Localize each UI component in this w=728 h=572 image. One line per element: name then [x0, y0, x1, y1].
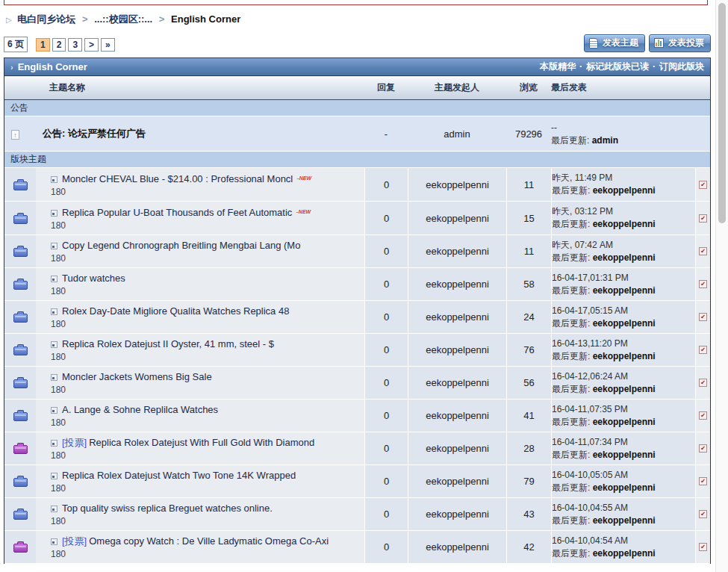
- topic-subtitle: 180: [51, 384, 360, 396]
- last-post-date: 16-04-10,04:54 AM: [552, 535, 695, 547]
- go-last-post-icon[interactable]: [699, 411, 707, 420]
- go-last-post-icon[interactable]: [699, 346, 707, 354]
- scrollbar-thumb[interactable]: [718, 3, 726, 223]
- last-by-label: 最后更新:: [552, 351, 590, 361]
- topic-link[interactable]: Moncler Jackets Womens Big Sale: [62, 371, 212, 382]
- topic-link[interactable]: Rolex Day-Date Migliore Qualita Watches …: [62, 305, 289, 317]
- pagination: 6 页 1 2 3 > »: [4, 37, 115, 52]
- new-topic-button[interactable]: 发表主题: [584, 34, 645, 52]
- page-link-2[interactable]: 2: [52, 38, 66, 52]
- announcement-last-date: --: [551, 122, 695, 134]
- folder-icon: [13, 281, 28, 290]
- last-by-label: 最后更新:: [552, 515, 590, 526]
- go-last-post-icon[interactable]: [699, 444, 707, 453]
- new-poll-button[interactable]: 发表投票: [649, 34, 711, 52]
- replies-count: 0: [364, 235, 408, 267]
- last-poster-link[interactable]: eekoppelpenni: [593, 417, 656, 427]
- folder-icon: [13, 314, 28, 323]
- last-poster-link[interactable]: eekoppelpenni: [593, 252, 656, 263]
- table-row: Replica Rolex Datejust II Oyster, 41 mm,…: [4, 334, 710, 367]
- breadcrumb-separator: >: [159, 13, 165, 25]
- go-last-post-icon[interactable]: [699, 313, 707, 321]
- topic-status-icon: [51, 276, 57, 282]
- topic-starter-link[interactable]: eekoppelpenni: [426, 246, 489, 257]
- topic-link[interactable]: Tudor watches: [62, 273, 125, 284]
- board-title: English Corner: [18, 61, 87, 72]
- board-best-link[interactable]: 本版精华: [540, 61, 576, 72]
- topic-subtitle: 180: [51, 220, 360, 231]
- topic-status-icon: [51, 210, 57, 217]
- page-link-3[interactable]: 3: [68, 38, 82, 52]
- table-row: Replica Popular U-Boat Thousands of Feet…: [4, 202, 710, 235]
- topic-starter-link[interactable]: eekoppelpenni: [426, 279, 489, 290]
- announcement-last-poster-link[interactable]: admin: [592, 135, 618, 146]
- folder-icon: [13, 511, 28, 520]
- subscribe-link[interactable]: 订阅此版块: [659, 61, 704, 72]
- go-last-post-icon[interactable]: [699, 477, 707, 485]
- go-last-post-icon[interactable]: [699, 247, 707, 255]
- announcement-link[interactable]: 公告: 论坛严禁任何广告: [43, 128, 146, 139]
- go-last-post-icon[interactable]: [699, 510, 707, 518]
- breadcrumb-link-category[interactable]: ...::校园区::...: [94, 13, 152, 25]
- page-next-button[interactable]: >: [84, 38, 99, 52]
- last-poster-link[interactable]: eekoppelpenni: [593, 450, 656, 460]
- last-poster-link[interactable]: eekoppelpenni: [593, 318, 656, 329]
- topic-link[interactable]: Replica Rolex Datejust II Oyster, 41 mm,…: [62, 338, 274, 349]
- last-by-label: 最后更新:: [552, 450, 590, 460]
- topic-link[interactable]: Replica Popular U-Boat Thousands of Feet…: [62, 207, 292, 218]
- last-poster-link[interactable]: eekoppelpenni: [593, 351, 656, 361]
- topic-starter-link[interactable]: eekoppelpenni: [426, 410, 489, 421]
- last-poster-link[interactable]: eekoppelpenni: [593, 548, 656, 559]
- last-post-cell: 16-04-17,05:15 AM 最后更新: eekoppelpenni: [551, 301, 695, 333]
- topic-title-cell: A. Lange & Sohne Replilca Watches 180: [36, 400, 364, 432]
- table-row: Copy Legend Chronograph Breitling Mengba…: [4, 235, 710, 268]
- go-last-post-icon[interactable]: [699, 543, 707, 551]
- last-by-label: 最后更新:: [551, 135, 589, 146]
- breadcrumb-link-forum[interactable]: 电白同乡论坛: [17, 13, 75, 25]
- topic-starter-link[interactable]: eekoppelpenni: [426, 509, 489, 520]
- topic-title-cell: Moncler CHEVAL Blue - $214.00 : Professi…: [36, 168, 364, 201]
- topic-link[interactable]: Top quality swiss replica Breguet watche…: [62, 503, 273, 514]
- announcement-pin-icon: [11, 130, 19, 140]
- go-last-post-icon[interactable]: [699, 181, 707, 189]
- last-poster-link[interactable]: eekoppelpenni: [593, 219, 656, 229]
- mark-read-link[interactable]: 标记此版块已读: [586, 61, 649, 72]
- board-arrow-icon: ›: [10, 63, 13, 72]
- header-last-post: 最后发表: [551, 81, 695, 94]
- last-post-cell: 16-04-13,11:20 PM 最后更新: eekoppelpenni: [551, 334, 695, 366]
- topic-starter-link[interactable]: eekoppelpenni: [426, 311, 489, 323]
- topic-starter-link[interactable]: eekoppelpenni: [426, 344, 489, 355]
- topic-starter-link[interactable]: eekoppelpenni: [426, 377, 489, 388]
- topic-starter-link[interactable]: eekoppelpenni: [426, 213, 489, 224]
- topic-starter-link[interactable]: eekoppelpenni: [426, 179, 489, 190]
- topic-link[interactable]: Copy Legend Chronograph Breitling Mengba…: [62, 240, 300, 251]
- topic-link[interactable]: Replica Rolex Datejust With Full Gold Wi…: [89, 437, 314, 448]
- page-last-button[interactable]: »: [101, 38, 115, 52]
- go-cell: [695, 268, 710, 300]
- topic-starter-link[interactable]: eekoppelpenni: [426, 476, 489, 487]
- topic-starter-link[interactable]: eekoppelpenni: [426, 541, 489, 553]
- page-count-label: 6 页: [4, 37, 28, 52]
- topic-starter-link[interactable]: eekoppelpenni: [426, 443, 489, 454]
- go-cell: [695, 531, 710, 563]
- topic-link[interactable]: Moncler CHEVAL Blue - $214.00 : Professi…: [62, 173, 293, 184]
- topic-link[interactable]: Replica Rolex Datejust Watch Two Tone 14…: [62, 470, 296, 481]
- go-last-post-icon[interactable]: [699, 379, 707, 387]
- views-count: 58: [506, 268, 551, 300]
- last-poster-link[interactable]: eekoppelpenni: [593, 515, 656, 526]
- topic-link[interactable]: A. Lange & Sohne Replilca Watches: [62, 404, 218, 415]
- go-last-post-icon[interactable]: [699, 280, 707, 288]
- last-post-cell: 16-04-12,06:24 AM 最后更新: eekoppelpenni: [551, 367, 695, 399]
- last-poster-link[interactable]: eekoppelpenni: [593, 384, 656, 394]
- views-count: 76: [506, 334, 551, 366]
- topic-link[interactable]: Omega copy Watch : De Ville Ladymatic Om…: [89, 535, 329, 547]
- announcement-starter-link[interactable]: admin: [444, 128, 470, 140]
- last-poster-link[interactable]: eekoppelpenni: [593, 285, 656, 296]
- topic-title-cell: Moncler Jackets Womens Big Sale 180: [36, 367, 364, 399]
- replies-count: 0: [364, 465, 408, 497]
- last-poster-link[interactable]: eekoppelpenni: [593, 185, 656, 196]
- topic-status-icon: [51, 308, 57, 315]
- last-poster-link[interactable]: eekoppelpenni: [593, 482, 656, 493]
- go-last-post-icon[interactable]: [699, 214, 707, 223]
- scrollbar[interactable]: [715, 0, 728, 572]
